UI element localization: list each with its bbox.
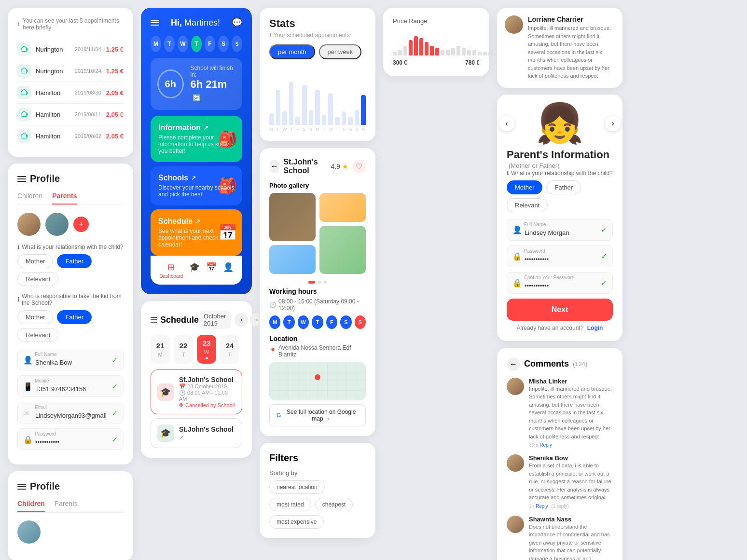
schedule-title: Schedule xyxy=(160,315,199,325)
day-S2[interactable]: S xyxy=(232,36,242,52)
avatar-child xyxy=(17,520,41,544)
schedule-inner-card[interactable]: 📅 Schedule ↗ See what is your next appoi… xyxy=(151,209,242,256)
parent-info-title: Parent's Information xyxy=(507,149,609,161)
check-icon: ✓ xyxy=(111,355,118,364)
chart-bar xyxy=(289,82,294,125)
info-icon-parent: ℹ xyxy=(507,170,509,177)
calendar-day[interactable]: 22 T xyxy=(174,335,193,364)
add-avatar-button[interactable]: + xyxy=(73,217,89,232)
email-field[interactable]: Email ✉ ✓ xyxy=(17,402,124,423)
pickup-buttons: Mother Father Relevant xyxy=(17,310,124,342)
father-button-1[interactable]: Father xyxy=(57,254,92,268)
day-F[interactable]: F xyxy=(205,36,215,52)
chat-icon[interactable]: 💬 xyxy=(232,17,242,28)
dot-3 xyxy=(324,281,327,284)
filter-cheapest[interactable]: cheapest xyxy=(315,498,353,511)
full-name-input[interactable] xyxy=(17,349,124,370)
carousel-right-btn[interactable]: › xyxy=(605,116,621,131)
cal-day-num: 22 xyxy=(180,341,188,350)
filter-nearest[interactable]: nearest location xyxy=(269,480,325,494)
google-icon: G xyxy=(277,412,281,419)
login-link[interactable]: Login xyxy=(587,325,603,331)
relevant-pickup-button[interactable]: Relevant xyxy=(17,328,58,342)
mobile-input[interactable] xyxy=(17,375,124,397)
relationship-buttons: Mother Father Relevant xyxy=(17,254,124,286)
reply-link[interactable]: Reply xyxy=(536,504,548,509)
school-rating: 4.9 ★ xyxy=(331,163,348,170)
reply-link[interactable]: Reply xyxy=(540,442,552,448)
hamburger-menu[interactable] xyxy=(17,176,26,182)
password-field[interactable]: Password 🔒 ✓ xyxy=(17,428,124,450)
hi-hamburger[interactable] xyxy=(151,20,159,26)
tab2-parents[interactable]: Parents xyxy=(55,500,78,512)
parent-fullname-field[interactable]: Full Name 👤 ✓ xyxy=(507,219,613,241)
avatar-2 xyxy=(45,213,69,236)
day-T1[interactable]: T xyxy=(164,36,175,52)
tab-children[interactable]: Children xyxy=(17,192,42,205)
appt-icon xyxy=(17,86,31,99)
calendar-row: 21 M 22 T 23 W 24 T 25 F 26 S 27 S xyxy=(151,335,242,364)
tab2-children[interactable]: Children xyxy=(17,500,45,512)
stats-title: Stats xyxy=(269,17,366,30)
per-month-tab[interactable]: per month xyxy=(269,44,315,59)
day-M[interactable]: M xyxy=(151,36,161,52)
full-name-field[interactable]: Full Name 👤 ✓ xyxy=(17,349,124,370)
filter-most-rated[interactable]: most rated xyxy=(269,498,311,511)
price-bar xyxy=(472,50,476,55)
parent-pwd-field[interactable]: Password 🔒 ✓ xyxy=(507,246,613,267)
parent-confirm-pwd-field[interactable]: Confirm Your Password 🔒 ✓ xyxy=(507,272,613,294)
parent-father-btn[interactable]: Father xyxy=(546,180,581,194)
email-input[interactable] xyxy=(17,402,124,423)
parent-pwd-input[interactable] xyxy=(507,246,613,267)
appointment-item-1[interactable]: 🎓 St.John's School 📅 23 October 2019 🕐 0… xyxy=(151,369,242,414)
user-icon-2: 👤 xyxy=(512,225,522,234)
cal-day-letter: M xyxy=(158,352,162,357)
carousel-left-btn[interactable]: ‹ xyxy=(499,116,514,131)
calendar-day[interactable]: 23 W xyxy=(197,335,216,364)
mother-pickup-button[interactable]: Mother xyxy=(17,310,53,324)
profile-icon: 👤 xyxy=(223,262,234,273)
nav-calendar[interactable]: 📅 xyxy=(206,262,217,279)
calendar-day[interactable]: 24 T xyxy=(220,335,239,364)
appointment-item-2[interactable]: 🎓 St.John's School ↗ xyxy=(151,418,242,448)
avatar-1 xyxy=(17,213,41,236)
back-button[interactable]: ← xyxy=(269,160,279,173)
comment-text: From a set of data, i is able to establi… xyxy=(529,462,613,502)
google-maps-button[interactable]: G See full location on Google map → xyxy=(269,404,366,426)
day-W[interactable]: W xyxy=(178,36,188,52)
nav-school[interactable]: 🎓 xyxy=(189,262,200,279)
time-section: 6h School will finish in: 6h 21m 🔄 👦 xyxy=(151,58,242,110)
clock-icon: 🕐 xyxy=(179,390,186,396)
father-pickup-button[interactable]: Father xyxy=(57,310,92,324)
parent-mother-btn[interactable]: Mother xyxy=(507,180,542,194)
calendar-day[interactable]: 21 M xyxy=(151,335,170,364)
nav-profile[interactable]: 👤 xyxy=(223,262,234,279)
review-card: Lorriane Charrier Impolite, ill mannered… xyxy=(497,8,622,88)
day-T2[interactable]: T xyxy=(191,36,202,52)
relevant-button-1[interactable]: Relevant xyxy=(17,272,58,286)
schedule-hamburger[interactable] xyxy=(151,317,157,323)
nav-dashboard[interactable]: ⊞ Dashboard xyxy=(159,262,183,279)
per-week-tab[interactable]: per week xyxy=(319,44,362,59)
favorite-button[interactable]: ♡ xyxy=(352,160,366,173)
parent-fullname-input[interactable] xyxy=(507,219,613,241)
mother-button-1[interactable]: Mother xyxy=(17,254,53,268)
mobile-field[interactable]: Mobile 📱 ✓ xyxy=(17,375,124,397)
parent-info-card: ‹ 👧 › Parent's Information (Mother or Fa… xyxy=(497,95,622,341)
dot-2 xyxy=(318,281,321,284)
hamburger-menu-2[interactable] xyxy=(17,484,26,490)
stats-tabs: per month per week xyxy=(269,44,366,59)
password-input[interactable] xyxy=(17,428,124,450)
appt-name: Hamilton xyxy=(36,89,70,96)
comments-back-button[interactable]: ← xyxy=(507,357,520,371)
parent-relevant-btn[interactable]: Relevant xyxy=(507,198,548,212)
info-card[interactable]: 🎒 Information ↗ Please complete your inf… xyxy=(151,116,242,162)
tab-parents[interactable]: Parents xyxy=(52,192,77,205)
day-S1[interactable]: S xyxy=(218,36,229,52)
price-bar xyxy=(403,46,407,55)
filter-most-expensive[interactable]: most expensive xyxy=(269,515,324,529)
prev-month-btn[interactable]: ‹ xyxy=(235,313,248,327)
schools-card[interactable]: 🎒 Schools ↗ Discover your nearby schools… xyxy=(151,166,242,205)
days-row: M T W T F S S xyxy=(151,36,242,52)
next-button[interactable]: Next xyxy=(507,299,613,321)
